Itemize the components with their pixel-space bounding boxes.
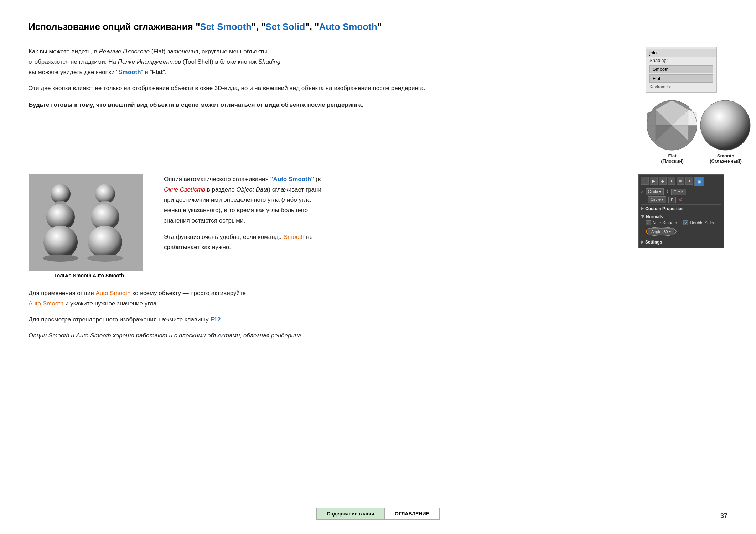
svg-point-14 [51, 184, 71, 204]
auto-smooth-row: Auto Smooth Double Sided [646, 220, 721, 225]
toolbar-btn-3[interactable]: ◆ [659, 177, 667, 185]
paragraph-1: Как вы можете видеть, в Режиме Плоского … [29, 47, 631, 78]
join-row: join [646, 49, 716, 57]
bottom-para-2: Для просмотра отрендеренного изображения… [29, 315, 727, 325]
title-set-solid: Set Solid [265, 21, 305, 32]
table-of-contents-button[interactable]: ОГЛАВЛЕНИЕ [384, 508, 440, 520]
x-btn[interactable]: ✕ [678, 197, 682, 203]
settings-triangle-icon [641, 240, 644, 244]
title-sep1: ", " [252, 21, 265, 32]
page-number: 37 [720, 512, 727, 520]
angle-row: Angle: 30 ▾ [646, 227, 721, 236]
separator-1 [641, 204, 721, 205]
svg-rect-13 [29, 174, 143, 271]
toolshelf-link[interactable]: Tool Shelf [185, 58, 211, 65]
section-middle: Только Smooth Auto Smooth Опция автомати… [29, 174, 727, 278]
middle-left: Только Smooth Auto Smooth [29, 174, 150, 278]
auto-smooth-1: Auto Smooth [95, 290, 130, 297]
smooth-compare-item: Smooth (Сглаженный) [699, 99, 752, 164]
shading-italic: Shading [258, 58, 280, 65]
f12-key: F12 [210, 316, 221, 323]
object-data-link[interactable]: Object Data [237, 186, 269, 193]
flat-smooth-compare: Flat (Плоский) [646, 99, 752, 164]
smooth-label: Smooth (Сглаженный) [699, 153, 752, 164]
triangle-down-icon [641, 215, 644, 218]
title-sep2: ", " [305, 21, 319, 32]
bottom-para-3: Опции Smooth и Auto Smooth хорошо работа… [29, 331, 727, 341]
settings-header[interactable]: Settings [641, 240, 721, 245]
spheres-label: Только Smooth Auto Smooth [29, 273, 150, 278]
angle-btn[interactable]: Angle: 30 ▾ [648, 228, 674, 235]
circle-row: ○ Circle ▾ ⊹ Circle [641, 188, 721, 195]
toolbar-btn-4[interactable]: ● [668, 177, 675, 185]
bottom-para-1: Для применения опции Auto Smooth ко всем… [29, 288, 727, 309]
title-set-smooth: Set Smooth [200, 21, 252, 32]
svg-point-20 [43, 255, 78, 262]
title-prefix: Использование опций сглаживания " [29, 21, 200, 32]
toolbar-btn-active[interactable]: ▣ [694, 177, 704, 186]
svg-point-26 [88, 226, 122, 258]
props-panel-container: ⚙ ▶ ◆ ● ⊕ ♦ ▣ ○ Circle ▾ ⊹ Circle [638, 174, 727, 248]
auto-smooth-2: Auto Smooth [29, 300, 63, 307]
circle-dropdown[interactable]: Circle ▾ [648, 196, 666, 203]
flat-btn[interactable]: Flat [649, 74, 713, 83]
circle-btn-1[interactable]: Circle ▾ [646, 188, 664, 195]
double-sided-checkbox[interactable] [683, 220, 688, 225]
triangle-right-icon [641, 207, 644, 210]
flat-bold: Flat [152, 69, 163, 75]
flat-label: Flat (Плоский) [646, 153, 699, 164]
page-title: Использование опций сглаживания "Set Smo… [29, 21, 727, 32]
paragraph-3: Будьте готовы к тому, что внешний вид об… [29, 100, 631, 110]
okno-link[interactable]: Окне Свойств [164, 186, 205, 193]
toolbar-btn-6[interactable]: ♦ [685, 177, 693, 185]
top-right-panels: join Shading: Smooth Flat Keyframes: [646, 47, 727, 164]
flat-sphere-svg [646, 99, 698, 152]
shading-panel: join Shading: Smooth Flat Keyframes: [646, 47, 717, 93]
smooth-btn[interactable]: Smooth [649, 65, 713, 73]
zateneniya-link[interactable]: затенения [167, 48, 198, 55]
svg-point-19 [43, 226, 78, 258]
title-auto-smooth: Auto Smooth [319, 21, 377, 32]
svg-point-27 [87, 255, 123, 262]
custom-props-header[interactable]: Custom Properties [641, 206, 721, 211]
auto-smooth-colored: "Auto Smooth" [270, 176, 314, 183]
polka-link[interactable]: Полке Инструментов [118, 58, 181, 65]
f-btn[interactable]: F [668, 197, 676, 203]
circle-icon-2: ⊹ [666, 189, 669, 194]
circle-btn-2[interactable]: Circle [671, 189, 686, 195]
auto-smooth-checkbox[interactable] [646, 220, 651, 225]
separator-2 [641, 213, 721, 213]
props-panel: ⚙ ▶ ◆ ● ⊕ ♦ ▣ ○ Circle ▾ ⊹ Circle [638, 174, 724, 248]
props-toolbar: ⚙ ▶ ◆ ● ⊕ ♦ ▣ [641, 177, 721, 186]
shading-label-row: Shading: [646, 57, 716, 64]
angle-oval: Angle: 30 ▾ [646, 227, 677, 236]
flat-compare-item: Flat (Плоский) [646, 99, 699, 164]
middle-para-2: Эта функция очень удобна, если команда S… [164, 232, 624, 253]
fx-row: Circle ▾ F ✕ [641, 196, 721, 203]
regime-link[interactable]: Режиме Плоского [99, 48, 150, 55]
smooth-sphere-svg [699, 99, 752, 152]
footer: Содержание главы ОГЛАВЛЕНИЕ [0, 508, 756, 520]
top-text: Как вы можете видеть, в Режиме Плоского … [29, 47, 631, 164]
svg-point-21 [95, 184, 115, 204]
toolbar-btn-1[interactable]: ⚙ [641, 177, 649, 185]
smooth-bold: Smooth [118, 69, 141, 75]
title-suffix: " [377, 21, 382, 32]
smooth-colored: Smooth [284, 234, 305, 240]
chapter-contents-button[interactable]: Содержание главы [316, 508, 384, 520]
two-spheres-image [29, 174, 143, 271]
circle-icon: ○ [641, 190, 643, 194]
keyframes-label: Keyframes: [646, 84, 716, 90]
paragraph-2: Эти две кнопки влияют не только на отобр… [29, 83, 631, 94]
normals-content: Auto Smooth Double Sided Angle: 30 ▾ [641, 220, 721, 236]
svg-point-12 [700, 100, 750, 150]
toolbar-btn-2[interactable]: ▶ [650, 177, 658, 185]
auto-smooth-link[interactable]: автоматического сглаживания [184, 176, 269, 183]
section-top: Как вы можете видеть, в Режиме Плоского … [29, 47, 727, 164]
middle-right-text: Опция автоматического сглаживания "Auto … [164, 174, 624, 253]
toolbar-btn-5[interactable]: ⊕ [677, 177, 684, 185]
flat-link[interactable]: Flat [153, 48, 163, 55]
middle-para-1: Опция автоматического сглаживания "Auto … [164, 174, 624, 226]
normals-header[interactable]: Normals [641, 214, 721, 219]
separator-3 [641, 238, 721, 238]
